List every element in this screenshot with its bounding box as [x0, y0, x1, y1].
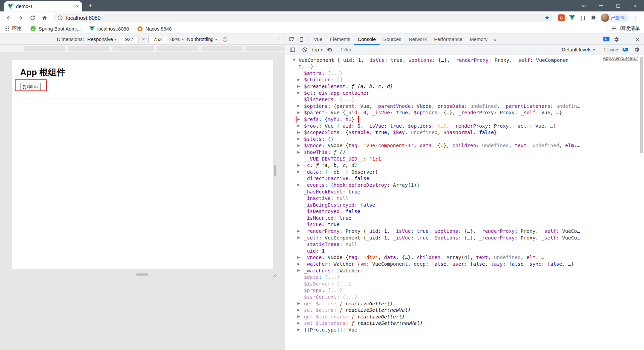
devtools-menu-kebab-icon[interactable]	[622, 34, 632, 44]
console-line[interactable]: ▶_data: {__ob__: Observer}	[285, 169, 644, 175]
console-line[interactable]: ▶[[Prototype]]: Vue	[285, 326, 644, 333]
devtools-tab-console[interactable]: Console	[354, 34, 379, 45]
console-line[interactable]: ▶_self: VueComponent {_uid: 1, _isVue: t…	[285, 234, 644, 241]
browser-menu-kebab-icon[interactable]	[630, 12, 641, 23]
console-line[interactable]: ▶_c: ƒ (a, b, c, d)	[285, 162, 644, 169]
dimensions-select[interactable]: Responsive	[87, 36, 116, 42]
viewport-resize-handle-corner[interactable]	[273, 272, 277, 279]
forward-icon[interactable]	[15, 12, 26, 23]
console-line[interactable]: ▶$root: Vue {_uid: 0, _isVue: true, $opt…	[285, 123, 644, 129]
bookmark-apps[interactable]: 应用	[4, 25, 22, 32]
console-line[interactable]: ▶$vnode: VNode {tag: 'vue-component-1', …	[285, 142, 644, 149]
console-line[interactable]: ▶$children: []	[285, 77, 644, 83]
reload-icon[interactable]	[27, 12, 38, 23]
expand-arrow-icon[interactable]: ▶	[298, 103, 300, 110]
viewport-width-input[interactable]	[120, 36, 139, 43]
expand-arrow-icon[interactable]: ▶	[298, 320, 300, 327]
zoom-select[interactable]: 82%	[170, 36, 184, 42]
console-filter-input[interactable]	[340, 46, 557, 53]
expand-arrow-icon[interactable]: ▶	[298, 83, 300, 90]
bookmark-localhost[interactable]: localhost:8080	[89, 26, 129, 32]
devtools-tab-elements[interactable]: Elements	[326, 34, 354, 45]
expand-arrow-icon[interactable]: ▶	[298, 162, 300, 169]
source-link[interactable]: App.vue?234e:17	[603, 55, 638, 60]
console-line[interactable]: ▶get $attrs: ƒ reactiveGetter()	[285, 300, 644, 307]
devtools-tab-vue[interactable]: Vue	[310, 34, 326, 45]
console-line[interactable]: ▶$el: div.app-container	[285, 90, 644, 96]
console-messages-badge[interactable]: 1	[602, 36, 610, 43]
console-line[interactable]: ▶showThis: ƒ ()	[285, 149, 644, 156]
expand-arrow-icon[interactable]: ▶	[298, 149, 300, 156]
devtools-close-icon[interactable]	[633, 34, 642, 44]
devtools-tab-memory[interactable]: Memory	[466, 34, 491, 45]
console-scrollbar[interactable]	[640, 57, 643, 154]
extension-icon-braces[interactable]: { }	[578, 13, 588, 23]
extension-icon-c[interactable]: C	[556, 13, 566, 23]
console-line[interactable]: ▶VueComponent {_uid: 1, _isVue: true, $o…	[285, 57, 644, 63]
inspect-element-icon[interactable]	[287, 34, 297, 44]
clear-console-icon[interactable]	[300, 45, 310, 54]
console-line[interactable]: ▶_renderProxy: Proxy {_uid: 1, _isVue: t…	[285, 228, 644, 234]
expand-arrow-icon[interactable]: ▶	[298, 182, 300, 188]
extensions-puzzle-icon[interactable]	[589, 13, 598, 23]
tab-search-icon[interactable]	[575, 0, 592, 11]
console-line[interactable]: ▶_watchers: [Watcher]	[285, 267, 644, 274]
console-line[interactable]: ▶$refs: {myh1: h1}	[285, 116, 644, 123]
console-line[interactable]: ▶_vnode: VNode {tag: 'div', data: {…}, c…	[285, 254, 644, 261]
tab-close-icon[interactable]: ×	[76, 3, 79, 9]
viewport-resize-handle-bottom[interactable]	[136, 273, 148, 275]
throttling-select[interactable]: No throttling	[187, 36, 217, 42]
expand-arrow-icon[interactable]: ▶	[298, 123, 300, 129]
device-toolbar-menu-icon[interactable]	[276, 36, 281, 43]
print-this-button[interactable]: 打印this	[20, 83, 41, 91]
profile-chip[interactable]: 已暂停	[601, 13, 629, 22]
console-line[interactable]: ▶set $listeners: ƒ reactiveSetter(newVal…	[285, 320, 644, 327]
devtools-settings-gear-icon[interactable]	[611, 34, 621, 44]
console-line[interactable]: ▶_watcher: Watcher {vm: VueComponent, de…	[285, 261, 644, 267]
rotate-viewport-icon[interactable]	[222, 36, 228, 42]
expand-arrow-icon[interactable]: ▶	[298, 77, 300, 83]
console-line[interactable]: ▶$options: {parent: Vue, _parentVnode: V…	[285, 103, 644, 110]
console-line[interactable]: ▶get $listeners: ƒ reactiveGetter()	[285, 313, 644, 320]
expand-arrow-icon[interactable]: ▶	[298, 307, 300, 313]
expand-arrow-icon[interactable]: ▶	[298, 169, 300, 175]
console-line[interactable]: ▶$slots: {}	[285, 136, 644, 142]
device-toolbar-toggle-icon[interactable]	[297, 34, 306, 44]
address-bar[interactable]: localhost:8080	[53, 13, 553, 22]
back-icon[interactable]	[3, 12, 14, 23]
more-tabs-icon[interactable]	[491, 36, 499, 42]
expand-arrow-icon[interactable]: ▶	[298, 90, 300, 96]
expand-arrow-icon[interactable]: ▶	[298, 136, 300, 142]
issues-counter[interactable]: 1 Issue: 1	[603, 46, 629, 53]
expand-arrow-icon[interactable]: ▶	[298, 110, 300, 116]
viewport-height-input[interactable]	[148, 36, 167, 43]
expand-arrow-icon[interactable]: ▶	[298, 261, 300, 267]
console-line[interactable]: ▶_events: {hook:beforeDestroy: Array(1)}	[285, 182, 644, 188]
console-context-select[interactable]: top	[312, 47, 323, 53]
bookmark-spring-boot[interactable]: Spring Boot Admi...	[30, 26, 81, 32]
console-line[interactable]: ▶set $attrs: ƒ reactiveSetter(newVal)	[285, 307, 644, 313]
live-expression-eye-icon[interactable]	[325, 45, 335, 54]
devtools-tab-network[interactable]: Network	[405, 34, 430, 45]
devtools-tab-sources[interactable]: Sources	[379, 34, 405, 45]
expand-arrow-icon[interactable]: ▶	[298, 116, 300, 123]
expand-arrow-icon[interactable]: ▶	[298, 142, 300, 149]
console-settings-gear-icon[interactable]	[632, 45, 641, 54]
expand-arrow-icon[interactable]: ▶	[298, 326, 300, 333]
expand-arrow-icon[interactable]: ▶	[298, 254, 300, 261]
console-line[interactable]: ▶$scopedSlots: {$stable: true, $key: und…	[285, 129, 644, 136]
console-line[interactable]: ▶$createElement: ƒ (a, b, c, d)	[285, 83, 644, 90]
window-minimize-button[interactable]	[592, 0, 609, 11]
expand-arrow-icon[interactable]: ▶	[298, 228, 300, 234]
site-info-icon[interactable]	[57, 15, 63, 20]
window-close-button[interactable]	[627, 0, 644, 11]
extension-icon-vue[interactable]	[567, 13, 577, 23]
devtools-tab-performance[interactable]: Performance	[430, 34, 466, 45]
window-maximize-button[interactable]	[609, 0, 627, 11]
bookmark-nacos[interactable]: Nacos:8848	[137, 26, 172, 32]
console-sidebar-icon[interactable]	[287, 45, 297, 54]
expand-arrow-icon[interactable]: ▶	[298, 129, 300, 136]
expand-arrow-icon[interactable]: ▶	[298, 234, 300, 241]
expand-arrow-icon[interactable]: ▶	[298, 267, 300, 274]
bookmark-star-icon[interactable]	[544, 15, 550, 20]
